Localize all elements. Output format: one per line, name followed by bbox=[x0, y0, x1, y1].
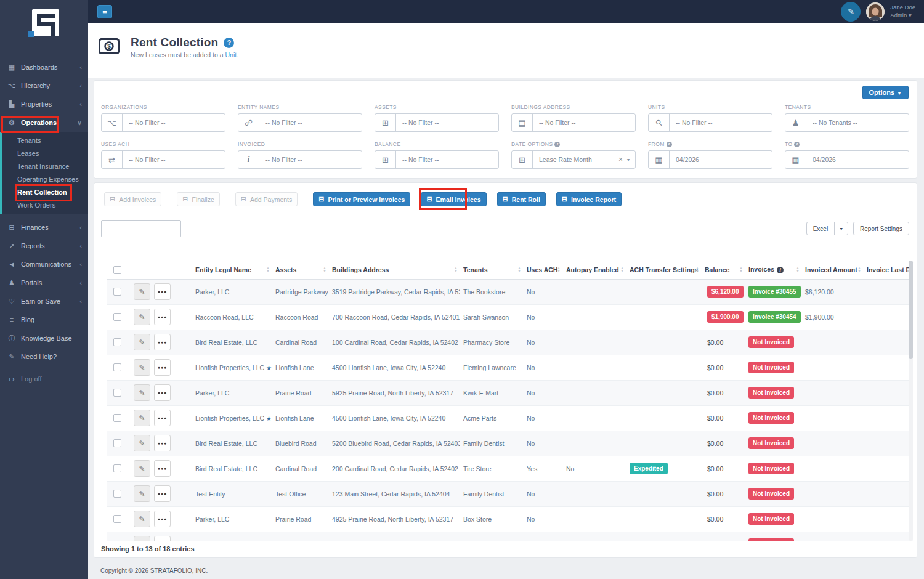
rent-roll-button[interactable]: ⊟Rent Roll bbox=[497, 192, 546, 206]
more-actions-button[interactable]: ●●● bbox=[154, 384, 171, 401]
row-checkbox[interactable] bbox=[113, 414, 121, 422]
more-actions-button[interactable]: ●●● bbox=[154, 309, 171, 325]
edit-button[interactable]: ✎ bbox=[134, 485, 150, 502]
building-address-link[interactable]: 3519 Partridge Parkway, Cedar Rapids, IA… bbox=[332, 288, 460, 296]
column-header-autopay-enabled[interactable]: Autopay Enabled▲▼ bbox=[562, 261, 626, 279]
chevron-down-icon[interactable]: ▾ bbox=[627, 157, 630, 163]
column-header-balance[interactable]: Balance▲▼ bbox=[701, 261, 745, 279]
chat-help-button[interactable]: ✎ bbox=[841, 2, 861, 22]
edit-button[interactable]: ✎ bbox=[134, 536, 150, 541]
column-header-assets[interactable]: Assets▲▼ bbox=[272, 261, 328, 279]
building-address-link[interactable]: 123 Main Street, Cedar Rapids, IA 52404 bbox=[332, 490, 450, 498]
entity-link[interactable]: Parker, LLC bbox=[195, 288, 229, 296]
asset-link[interactable]: Prairie Road bbox=[275, 516, 311, 523]
user-menu[interactable]: Jane Doe Admin ▾ bbox=[890, 4, 915, 20]
tenant-link[interactable]: Tire Store bbox=[463, 465, 492, 472]
filter-select-buildings-address[interactable]: ▤-- No Filter -- bbox=[511, 113, 636, 132]
filter-select-assets[interactable]: ⊞-- No Filter -- bbox=[375, 113, 499, 132]
edit-button[interactable]: ✎ bbox=[134, 460, 150, 477]
invoice-badge[interactable]: Invoice #30454 bbox=[748, 311, 801, 323]
invoice-report-button[interactable]: ⊟Invoice Report bbox=[556, 192, 622, 206]
add-invoices-button[interactable]: ⊟Add Invoices bbox=[104, 192, 161, 206]
add-payments-button[interactable]: ⊟Add Payments bbox=[235, 192, 298, 206]
clear-filter-icon[interactable]: × bbox=[618, 155, 623, 164]
asset-link[interactable]: Partridge Parkway bbox=[275, 288, 328, 296]
filter-select-invoiced[interactable]: i-- No Filter -- bbox=[238, 150, 362, 169]
filter-select-balance[interactable]: ⊞-- No Filter -- bbox=[375, 150, 499, 169]
tenant-link[interactable]: Sarah Swanson bbox=[463, 314, 509, 321]
row-checkbox[interactable] bbox=[113, 490, 121, 498]
filter-select-uses-ach[interactable]: ⇄-- No Filter -- bbox=[101, 150, 225, 169]
edit-button[interactable]: ✎ bbox=[134, 334, 150, 350]
sidebar-item-knowledge-base[interactable]: ⓘKnowledge Base bbox=[0, 329, 88, 347]
tenant-link[interactable]: Pharmacy Store bbox=[463, 339, 509, 346]
table-search-input[interactable] bbox=[101, 220, 181, 237]
filter-select-from[interactable]: ▦04/2026 bbox=[648, 150, 772, 169]
edit-button[interactable]: ✎ bbox=[134, 359, 150, 376]
more-actions-button[interactable]: ●●● bbox=[154, 511, 171, 527]
row-checkbox[interactable] bbox=[113, 464, 121, 472]
sidebar-item-dashboards[interactable]: ▦Dashboards‹ bbox=[0, 58, 88, 76]
building-address-link[interactable]: 200 Cardinal Road, Cedar Rapids, IA 5240… bbox=[332, 465, 458, 472]
more-actions-button[interactable]: ●●● bbox=[154, 485, 171, 502]
sidebar-item-work-orders[interactable]: Work Orders bbox=[2, 199, 88, 212]
entity-link[interactable]: Parker, LLC bbox=[195, 516, 229, 523]
filter-select-units[interactable]: ⚲-- No Filter -- bbox=[648, 113, 772, 132]
asset-link[interactable]: Bluebird Road bbox=[275, 440, 317, 447]
sidebar-item-need-help[interactable]: ✎Need Help? bbox=[0, 347, 88, 366]
edit-button[interactable]: ✎ bbox=[134, 283, 150, 300]
filter-select-to[interactable]: ▦04/2026 bbox=[785, 150, 909, 169]
tenant-link[interactable]: Fleming Lawncare bbox=[463, 364, 516, 371]
column-header-uses-ach[interactable]: Uses ACH▲▼ bbox=[523, 261, 562, 279]
column-header-invoice-last-emailed[interactable]: Invoice Last Emailed▲▼ bbox=[863, 261, 913, 279]
row-checkbox[interactable] bbox=[113, 363, 121, 371]
column-header-invoiced-amount[interactable]: Invoiced Amount▲▼ bbox=[801, 261, 863, 279]
column-header-invoices[interactable]: Invoicesi▲▼ bbox=[745, 261, 801, 279]
asset-link[interactable]: Prairie Road bbox=[275, 389, 311, 397]
excel-export-button[interactable]: Excel bbox=[806, 222, 835, 235]
sidebar-item-operations[interactable]: ⚙Operations∨ bbox=[0, 113, 88, 132]
asset-link[interactable]: Lionfish Lane bbox=[275, 364, 314, 371]
building-address-link[interactable]: 4500 Lionfish Lane, Iowa City, IA 52240 bbox=[332, 364, 445, 371]
scrollbar-thumb[interactable] bbox=[909, 261, 913, 359]
invoice-badge[interactable]: Invoice #30455 bbox=[748, 286, 801, 298]
entity-link[interactable]: Parker, LLC bbox=[195, 389, 229, 397]
sidebar-item-leases[interactable]: Leases bbox=[2, 147, 88, 160]
entity-link[interactable]: Lionfish Properties, LLC bbox=[195, 364, 264, 371]
excel-caret-button[interactable]: ▼ bbox=[835, 222, 848, 235]
options-button[interactable]: Options▼ bbox=[862, 86, 909, 99]
sidebar-item-tenant-insurance[interactable]: Tenant Insurance bbox=[2, 160, 88, 173]
more-actions-button[interactable]: ●●● bbox=[154, 460, 171, 477]
asset-link[interactable]: Lionfish Lane bbox=[275, 415, 314, 422]
sidebar-item-log-off[interactable]: ↦Log off bbox=[0, 370, 88, 388]
more-actions-button[interactable]: ●●● bbox=[154, 435, 171, 451]
email-invoices-button[interactable]: ⊟Email Invoices bbox=[421, 192, 486, 206]
page-help-icon[interactable]: ? bbox=[224, 38, 234, 48]
unit-link[interactable]: Unit. bbox=[225, 51, 239, 59]
sidebar-item-reports[interactable]: ↗Reports‹ bbox=[0, 237, 88, 255]
sidebar-item-blog[interactable]: ≡Blog bbox=[0, 310, 88, 329]
asset-link[interactable]: Test Office bbox=[275, 490, 306, 498]
finalize-button[interactable]: ⊟Finalize bbox=[177, 192, 219, 206]
sidebar-item-rent-collection[interactable]: Rent Collection bbox=[2, 186, 88, 199]
building-address-link[interactable]: 4500 Lionfish Lane, Iowa City, IA 52240 bbox=[332, 415, 445, 422]
row-checkbox[interactable] bbox=[113, 313, 121, 321]
more-actions-button[interactable]: ●●● bbox=[154, 359, 171, 376]
table-scrollbar[interactable] bbox=[909, 261, 913, 541]
asset-link[interactable]: Cardinal Road bbox=[275, 465, 317, 472]
entity-link[interactable]: Test Entity bbox=[195, 490, 225, 498]
tenant-link[interactable]: Family Dentist bbox=[463, 490, 505, 498]
edit-button[interactable]: ✎ bbox=[134, 410, 150, 426]
tenant-link[interactable]: Family Dentist bbox=[463, 440, 505, 447]
entity-link[interactable]: Raccoon Road, LLC bbox=[195, 314, 254, 321]
row-checkbox[interactable] bbox=[113, 515, 121, 523]
print-or-preview-invoices-button[interactable]: ⊟Print or Preview Invoices bbox=[313, 192, 410, 206]
row-checkbox[interactable] bbox=[113, 288, 121, 296]
tenant-link[interactable]: Box Store bbox=[463, 516, 492, 523]
select-all-checkbox[interactable] bbox=[113, 266, 121, 274]
filter-select-organizations[interactable]: ⌥-- No Filter -- bbox=[101, 113, 225, 132]
column-header-entity-legal-name[interactable]: Entity Legal Name▲▼ bbox=[192, 261, 272, 279]
edit-button[interactable]: ✎ bbox=[134, 384, 150, 401]
row-checkbox[interactable] bbox=[113, 389, 121, 397]
filter-select-tenants[interactable]: ♟-- No Tenants -- bbox=[785, 113, 909, 132]
